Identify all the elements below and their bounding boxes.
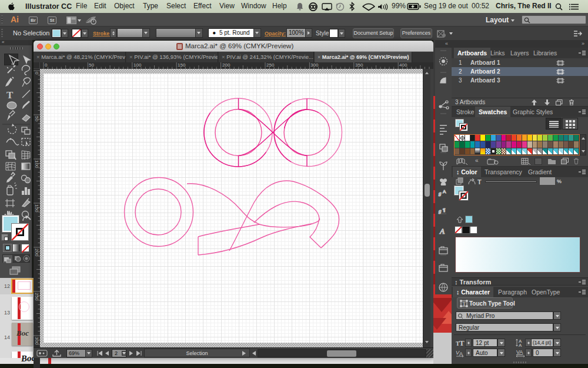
- svg-text:350: 350: [355, 62, 363, 68]
- svg-text:¶: ¶: [443, 207, 445, 213]
- svg-text:100: 100: [133, 62, 142, 68]
- svg-text:T: T: [463, 301, 466, 307]
- svg-text:250: 250: [266, 62, 275, 68]
- svg-text:50: 50: [89, 62, 94, 68]
- svg-text:200: 200: [222, 62, 230, 68]
- svg-text:g: g: [439, 190, 442, 196]
- svg-text:300: 300: [310, 62, 319, 68]
- svg-text:A: A: [443, 189, 446, 194]
- svg-text:T: T: [459, 339, 465, 347]
- svg-text:T: T: [6, 89, 14, 101]
- svg-text:0: 0: [45, 62, 48, 68]
- svg-text:A: A: [459, 351, 463, 357]
- svg-text:g: g: [439, 208, 442, 214]
- svg-text:A: A: [519, 343, 522, 347]
- svg-text:400: 400: [399, 62, 407, 68]
- svg-text:150: 150: [178, 62, 186, 68]
- svg-text:VA: VA: [516, 349, 523, 355]
- svg-text:A: A: [439, 227, 445, 236]
